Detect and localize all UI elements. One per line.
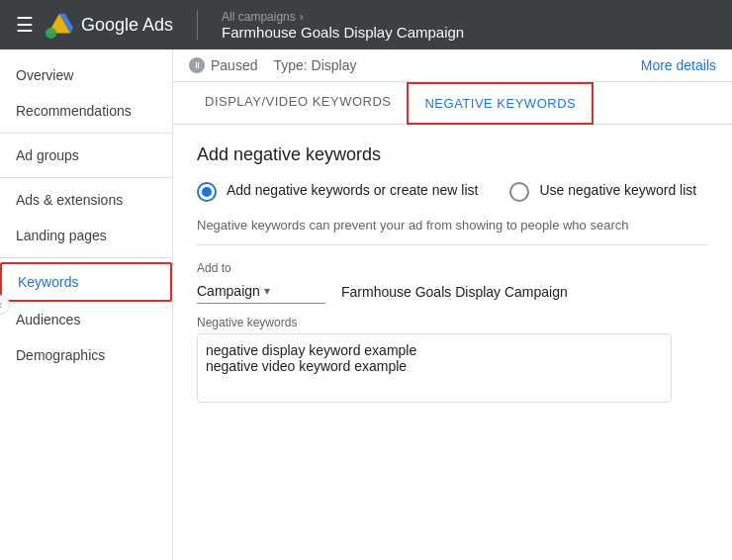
chevron-down-icon: ▾ xyxy=(264,284,270,298)
type-label: Type: Display xyxy=(273,57,356,73)
add-to-label: Add to xyxy=(197,261,708,275)
pause-icon: ⏸ xyxy=(189,57,205,73)
topbar: ☰ Google Ads All campaigns › Farmhouse G… xyxy=(0,0,732,49)
main-content-area: ⏸ Paused Type: Display More details DISP… xyxy=(173,49,732,560)
neg-keywords-label: Negative keywords xyxy=(197,316,708,329)
campaign-dropdown[interactable]: Campaign ▾ xyxy=(197,279,325,304)
svg-point-2 xyxy=(46,28,56,39)
tabs-bar: DISPLAY/VIDEO KEYWORDS NEGATIVE KEYWORDS xyxy=(173,82,732,125)
status-bar: ⏸ Paused Type: Display More details xyxy=(173,49,732,82)
app-name-label: Google Ads xyxy=(81,15,173,36)
add-to-row: Campaign ▾ Farmhouse Goals Display Campa… xyxy=(197,279,708,304)
sidebar-item-ad-groups[interactable]: Ad groups xyxy=(0,138,172,173)
info-text: Negative keywords can prevent your ad fr… xyxy=(197,218,708,245)
sidebar-item-demographics[interactable]: Demographics xyxy=(0,337,172,373)
add-to-section: Add to Campaign ▾ Farmhouse Goals Displa… xyxy=(197,261,708,304)
radio-option-add-new[interactable]: Add negative keywords or create new list xyxy=(197,181,478,202)
paused-label: Paused xyxy=(211,57,257,73)
campaign-name-display: Farmhouse Goals Display Campaign xyxy=(341,280,568,304)
topbar-nav: All campaigns › Farmhouse Goals Display … xyxy=(222,10,464,41)
tab-display-video-keywords[interactable]: DISPLAY/VIDEO KEYWORDS xyxy=(189,82,407,124)
menu-icon[interactable]: ☰ xyxy=(16,13,34,37)
radio-group: Add negative keywords or create new list… xyxy=(197,181,708,202)
radio-filled-icon xyxy=(197,182,217,202)
sidebar-divider-2 xyxy=(0,177,172,178)
more-details-link[interactable]: More details xyxy=(641,57,716,73)
radio-label-add-new: Add negative keywords or create new list xyxy=(227,181,478,201)
radio-label-use-list: Use negative keyword list xyxy=(539,181,696,201)
negative-keywords-section: Negative keywords negative display keywo… xyxy=(197,316,708,406)
sidebar-divider-3 xyxy=(0,257,172,258)
section-title: Add negative keywords xyxy=(197,144,708,165)
campaign-dropdown-text: Campaign xyxy=(197,283,260,299)
sidebar-item-recommendations[interactable]: Recommendations xyxy=(0,93,172,129)
tab-negative-keywords[interactable]: NEGATIVE KEYWORDS xyxy=(407,82,594,125)
breadcrumb[interactable]: All campaigns › xyxy=(222,10,464,24)
status-paused: ⏸ Paused xyxy=(189,57,257,73)
sidebar-item-ads-extensions[interactable]: Ads & extensions xyxy=(0,182,172,218)
content-panel: Add negative keywords Add negative keywo… xyxy=(173,125,732,560)
neg-keywords-textarea[interactable]: negative display keyword example negativ… xyxy=(197,333,672,403)
main-layout: Overview Recommendations Ad groups Ads &… xyxy=(0,49,732,560)
sidebar-divider-1 xyxy=(0,133,172,134)
sidebar: Overview Recommendations Ad groups Ads &… xyxy=(0,49,173,560)
campaign-name-header: Farmhouse Goals Display Campaign xyxy=(222,24,464,41)
google-ads-logo-icon xyxy=(46,11,73,39)
radio-empty-icon xyxy=(509,182,529,202)
sidebar-item-audiences[interactable]: Audiences xyxy=(0,302,172,337)
sidebar-item-overview[interactable]: Overview xyxy=(0,57,172,93)
topbar-divider xyxy=(197,10,198,40)
radio-option-use-list[interactable]: Use negative keyword list xyxy=(509,181,696,202)
sidebar-item-landing-pages[interactable]: Landing pages xyxy=(0,218,172,253)
logo: Google Ads xyxy=(46,11,173,39)
sidebar-item-keywords[interactable]: Keywords xyxy=(0,262,172,302)
